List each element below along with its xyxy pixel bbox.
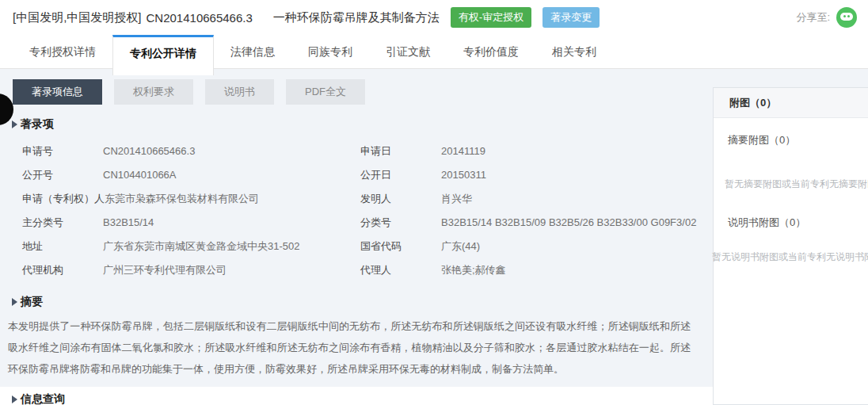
field-application-number: 申请号 CN201410665466.3 bbox=[22, 139, 360, 163]
field-class-codes: 分类号 B32B15/14 B32B15/09 B32B5/26 B32B33/… bbox=[360, 211, 713, 235]
wechat-share-icon[interactable] bbox=[836, 7, 857, 28]
share-label: 分享至: bbox=[796, 10, 830, 25]
patent-detail-page: [中国发明,中国发明授权] CN201410665466.3 一种环保防霉吊牌及… bbox=[0, 0, 868, 405]
figures-panel: 附图（0） 摘要附图（0） 暂无摘要附图或当前专利无摘要附图 说明书附图（0） … bbox=[713, 87, 868, 405]
field-agent: 代理人 张艳美;郝传鑫 bbox=[360, 258, 713, 282]
tab-grant-details[interactable]: 专利授权详情 bbox=[13, 35, 112, 69]
bibliography-section-header[interactable]: 著录项 bbox=[12, 117, 713, 132]
share-area: 分享至: bbox=[796, 7, 857, 28]
field-inventor: 发明人 肖兴华 bbox=[360, 187, 713, 211]
chat-bubble-icon bbox=[840, 13, 853, 21]
tab-legal-info[interactable]: 法律信息 bbox=[214, 35, 291, 69]
abstract-section-header[interactable]: 摘要 bbox=[12, 295, 713, 309]
description-figures-empty-text: 暂无说明书附图或当前专利无说明书附图 bbox=[712, 250, 868, 264]
tab-patent-value[interactable]: 专利价值度 bbox=[447, 35, 535, 69]
patent-title: 一种环保防霉吊牌及其制备方法 bbox=[273, 10, 440, 25]
patent-title-row: [中国发明,中国发明授权] CN201410665466.3 一种环保防霉吊牌及… bbox=[13, 7, 600, 28]
description-figures-label: 说明书附图（0） bbox=[728, 216, 868, 230]
figures-panel-body: 摘要附图（0） 暂无摘要附图或当前专利无摘要附图 说明书附图（0） 暂无说明书附… bbox=[714, 133, 868, 264]
status-badge: 有权-审定授权 bbox=[451, 7, 531, 28]
section-button-row: 著录项信息 权利要求 说明书 PDF全文 bbox=[0, 69, 713, 105]
field-agency: 代理机构 广州三环专利代理有限公司 bbox=[22, 258, 360, 282]
pdf-fulltext-button[interactable]: PDF全文 bbox=[286, 79, 365, 105]
fields-left-column: 申请号 CN201410665466.3 公开号 CN104401066A 申请… bbox=[22, 139, 360, 282]
field-application-date: 申请日 20141119 bbox=[360, 139, 713, 163]
bibliography-info-button[interactable]: 著录项信息 bbox=[13, 79, 102, 105]
tab-related-patents[interactable]: 相关专利 bbox=[535, 35, 613, 69]
abstract-text: 本发明提供了一种环保防霉吊牌，包括二层铜版纸和设有二层铜版纸中间的无纺布，所述无… bbox=[8, 315, 691, 380]
field-province-code: 国省代码 广东(44) bbox=[360, 235, 713, 258]
field-publication-number: 公开号 CN104401066A bbox=[22, 163, 360, 187]
triangle-right-icon bbox=[12, 395, 17, 403]
description-button[interactable]: 说明书 bbox=[205, 79, 274, 105]
fields-right-column: 申请日 20141119 公开日 20150311 发明人 肖兴华 分类号 B3… bbox=[360, 139, 713, 282]
main-column: 著录项信息 权利要求 说明书 PDF全文 著录项 申请号 CN201410665… bbox=[0, 69, 713, 405]
tab-cited-documents[interactable]: 引证文献 bbox=[369, 35, 447, 69]
triangle-right-icon bbox=[12, 298, 17, 306]
patent-category: [中国发明,中国发明授权] bbox=[13, 10, 142, 25]
patent-number: CN201410665466.3 bbox=[147, 11, 253, 25]
info-query-section: 信息查询 bbox=[0, 387, 713, 405]
abstract-figures-empty-text: 暂无摘要附图或当前专利无摘要附图 bbox=[725, 178, 868, 191]
field-main-class: 主分类号 B32B15/14 bbox=[22, 211, 360, 235]
abstract-figures-label: 摘要附图（0） bbox=[728, 133, 868, 147]
tab-family-patents[interactable]: 同族专利 bbox=[291, 35, 369, 69]
claims-button[interactable]: 权利要求 bbox=[114, 79, 193, 105]
bibliography-fields: 申请号 CN201410665466.3 公开号 CN104401066A 申请… bbox=[22, 139, 713, 282]
tab-publication-details[interactable]: 专利公开详情 bbox=[112, 35, 214, 75]
field-address: 地址 广东省东莞市南城区黄金路金域中央31-502 bbox=[22, 235, 360, 258]
tab-bar: 专利授权详情 专利公开详情 法律信息 同族专利 引证文献 专利价值度 相关专利 bbox=[0, 35, 868, 69]
field-publication-date: 公开日 20150311 bbox=[360, 163, 713, 187]
info-query-section-header[interactable]: 信息查询 bbox=[12, 392, 713, 405]
figures-panel-title: 附图（0） bbox=[714, 88, 868, 118]
content-area: 著录项信息 权利要求 说明书 PDF全文 著录项 申请号 CN201410665… bbox=[0, 69, 868, 405]
page-header: [中国发明,中国发明授权] CN201410665466.3 一种环保防霉吊牌及… bbox=[0, 0, 868, 35]
change-badge[interactable]: 著录变更 bbox=[542, 7, 600, 28]
triangle-right-icon bbox=[12, 120, 17, 128]
field-applicant: 申请（专利权）人 东莞市枭森环保包装材料有限公司 bbox=[22, 187, 360, 211]
